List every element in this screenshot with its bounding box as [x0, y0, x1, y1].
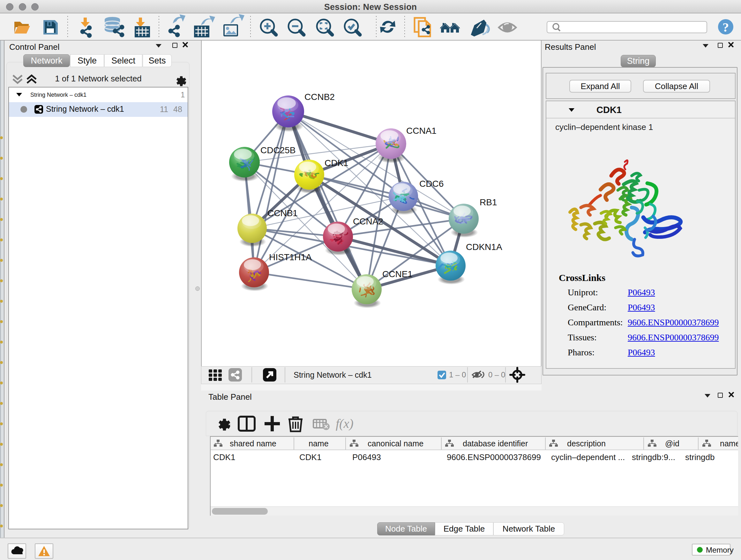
- svg-text:RB1: RB1: [480, 197, 497, 207]
- svg-text:CCNB1: CCNB1: [267, 208, 298, 218]
- svg-text:CDK1: CDK1: [325, 158, 348, 168]
- svg-text:@id: @id: [665, 439, 679, 448]
- svg-text:description: description: [567, 439, 606, 448]
- svg-text:database identifier: database identifier: [463, 439, 528, 448]
- svg-text:String Network – cdk1: String Network – cdk1: [293, 370, 372, 379]
- svg-text:1 – 0: 1 – 0: [449, 370, 466, 379]
- svg-text:CCNB2: CCNB2: [305, 92, 335, 102]
- svg-text:name: name: [309, 439, 329, 448]
- svg-text:shared name: shared name: [230, 439, 276, 448]
- svg-text:?: ?: [723, 20, 729, 35]
- svg-text:HIST1H1A: HIST1H1A: [269, 252, 312, 262]
- svg-text:f(x): f(x): [336, 416, 354, 431]
- svg-text:CDC25B: CDC25B: [260, 145, 295, 155]
- svg-text:CCNE1: CCNE1: [382, 269, 413, 279]
- svg-text:CDKN1A: CDKN1A: [466, 242, 502, 252]
- svg-text:CCNA1: CCNA1: [406, 126, 436, 136]
- svg-text:CDC6: CDC6: [419, 179, 444, 189]
- svg-text:CCNA2: CCNA2: [353, 216, 383, 226]
- svg-text:0 – 0: 0 – 0: [488, 370, 505, 379]
- svg-text:namespac: namespac: [720, 439, 738, 448]
- svg-text:canonical name: canonical name: [367, 439, 423, 448]
